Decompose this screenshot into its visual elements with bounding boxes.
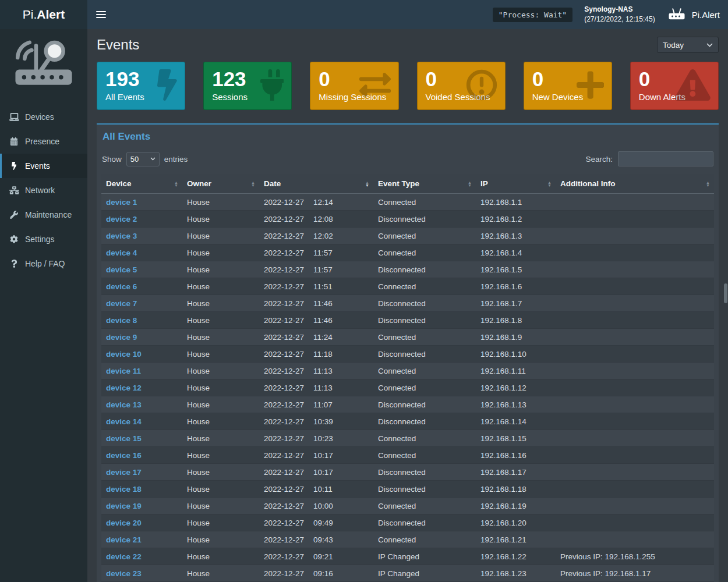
sidebar-item-label: Network <box>25 186 55 195</box>
sidebar-item-network[interactable]: Network <box>0 178 87 203</box>
date-cell: 2022-12-2711:57 <box>259 261 373 278</box>
brand-logo[interactable]: Pi.Alert <box>0 0 87 29</box>
device-link[interactable]: device 14 <box>106 417 142 426</box>
column-header-event-type[interactable]: Event Type ▲▼ <box>373 174 476 194</box>
stat-card-sessions[interactable]: 123 Sessions <box>203 62 292 110</box>
device-link[interactable]: device 17 <box>106 468 142 477</box>
device-link[interactable]: device 18 <box>106 485 142 494</box>
sidebar-item-settings[interactable]: Settings <box>0 227 87 251</box>
stat-card-voided-sessions[interactable]: 0 Voided Sessions <box>417 62 506 110</box>
sidebar-toggle-button[interactable] <box>87 0 114 29</box>
router-icon <box>667 8 687 22</box>
calendar-icon <box>9 137 19 146</box>
sidebar-item-label: Help / FAQ <box>25 259 65 268</box>
device-cell: device 11 <box>101 363 182 379</box>
sort-icon[interactable]: ▲▼ <box>174 180 178 187</box>
column-header-date[interactable]: Date ▲▼ <box>259 174 373 194</box>
owner-cell: House <box>182 464 259 481</box>
device-link[interactable]: device 9 <box>106 333 137 342</box>
chevron-down-icon <box>706 43 713 47</box>
exchange-icon <box>359 69 391 103</box>
ip-cell: 192.168.1.21 <box>476 531 556 548</box>
device-cell: device 7 <box>101 295 182 312</box>
date-value: 2022-12-27 <box>264 350 304 359</box>
owner-cell: House <box>182 447 259 464</box>
ip-cell: 192.168.1.15 <box>476 430 556 447</box>
device-link[interactable]: device 1 <box>106 198 137 207</box>
sort-icon[interactable]: ▲▼ <box>468 180 472 187</box>
stat-card-missing-sessions[interactable]: 0 Missing Sessions <box>310 62 398 110</box>
search-input[interactable] <box>618 151 713 166</box>
device-link[interactable]: device 19 <box>106 502 142 510</box>
sidebar-item-events[interactable]: Events <box>0 154 87 178</box>
device-link[interactable]: device 4 <box>106 249 137 257</box>
device-link[interactable]: device 6 <box>106 282 137 291</box>
device-link[interactable]: device 8 <box>106 316 137 325</box>
sort-icon[interactable]: ▲▼ <box>706 180 710 187</box>
page-scrollbar[interactable] <box>724 283 727 303</box>
device-link[interactable]: device 10 <box>106 350 142 359</box>
events-table-body: device 1 House 2022-12-2712:14 Connected… <box>101 194 714 582</box>
brand-text-light: Pi. <box>23 8 37 22</box>
column-header-label: Event Type <box>378 179 419 188</box>
time-value: 11:46 <box>313 316 333 325</box>
time-value: 10:17 <box>313 451 333 460</box>
date-cell: 2022-12-2711:51 <box>259 278 373 295</box>
date-value: 2022-12-27 <box>264 249 304 257</box>
stat-card-all-events[interactable]: 193 All Events <box>97 62 185 110</box>
sort-icon[interactable]: ▲▼ <box>251 180 255 187</box>
column-header-owner[interactable]: Owner ▲▼ <box>182 174 259 194</box>
search-label: Search: <box>585 155 613 164</box>
question-icon <box>9 260 19 268</box>
warning-triangle-icon <box>675 69 711 103</box>
device-link[interactable]: device 11 <box>106 367 141 375</box>
sidebar-item-maintenance[interactable]: Maintenance <box>0 203 87 227</box>
sidebar-item-help-faq[interactable]: Help / FAQ <box>0 251 87 276</box>
device-cell: device 19 <box>101 498 182 514</box>
device-link[interactable]: device 23 <box>106 569 142 578</box>
device-link[interactable]: device 16 <box>106 451 142 460</box>
sort-icon[interactable]: ▲▼ <box>365 180 369 187</box>
sidebar-item-presence[interactable]: Presence <box>0 129 87 154</box>
table-row: device 13 House 2022-12-2711:07 Disconne… <box>101 396 714 413</box>
stat-card-down-alerts[interactable]: 0 Down Alerts <box>630 62 719 110</box>
device-link[interactable]: device 5 <box>106 265 137 274</box>
device-link[interactable]: device 20 <box>106 519 142 527</box>
date-cell: 2022-12-2710:39 <box>259 413 373 430</box>
app-ident[interactable]: Pi.Alert <box>667 8 720 22</box>
sidebar-item-devices[interactable]: Devices <box>0 105 87 129</box>
device-link[interactable]: device 2 <box>106 215 137 223</box>
device-link[interactable]: device 13 <box>106 400 142 409</box>
device-link[interactable]: device 15 <box>106 434 142 443</box>
date-cell: 2022-12-2710:23 <box>259 430 373 447</box>
date-value: 2022-12-27 <box>264 519 304 527</box>
table-row: device 17 House 2022-12-2710:17 Disconne… <box>101 464 714 481</box>
ip-cell: 192.168.1.10 <box>476 346 556 363</box>
device-link[interactable]: device 22 <box>106 552 142 561</box>
column-header-ip[interactable]: IP ▲▼ <box>476 174 556 194</box>
sidebar-menu: Devices Presence Events Network Maintena… <box>0 105 87 276</box>
sidebar-item-label: Events <box>25 161 50 171</box>
table-row: device 23 House 2022-12-2709:16 IP Chang… <box>101 565 714 582</box>
date-value: 2022-12-27 <box>264 367 304 375</box>
device-link[interactable]: device 3 <box>106 232 137 240</box>
date-value: 2022-12-27 <box>264 552 304 561</box>
period-select[interactable]: Today <box>657 37 719 53</box>
table-row: device 4 House 2022-12-2711:57 Connected… <box>101 244 714 261</box>
device-link[interactable]: device 21 <box>106 535 142 544</box>
column-header-additional-info[interactable]: Additional Info ▲▼ <box>556 174 714 194</box>
stat-card-new-devices[interactable]: 0 New Devices <box>524 62 612 110</box>
device-link[interactable]: device 7 <box>106 299 137 308</box>
device-link[interactable]: device 12 <box>106 384 142 392</box>
owner-cell: House <box>182 363 259 379</box>
main-content: Events Today 193 All Events 123 Sessions… <box>87 29 728 582</box>
host-name: Synology-NAS <box>584 5 655 15</box>
sort-icon[interactable]: ▲▼ <box>547 180 552 187</box>
owner-cell: House <box>182 312 259 329</box>
date-cell: 2022-12-2711:57 <box>259 244 373 261</box>
time-value: 11:51 <box>313 282 333 291</box>
time-value: 11:13 <box>313 367 333 375</box>
column-header-device[interactable]: Device ▲▼ <box>101 174 182 194</box>
page-length-select[interactable]: 50 <box>126 152 160 166</box>
table-row: device 9 House 2022-12-2711:24 Connected… <box>101 329 714 346</box>
